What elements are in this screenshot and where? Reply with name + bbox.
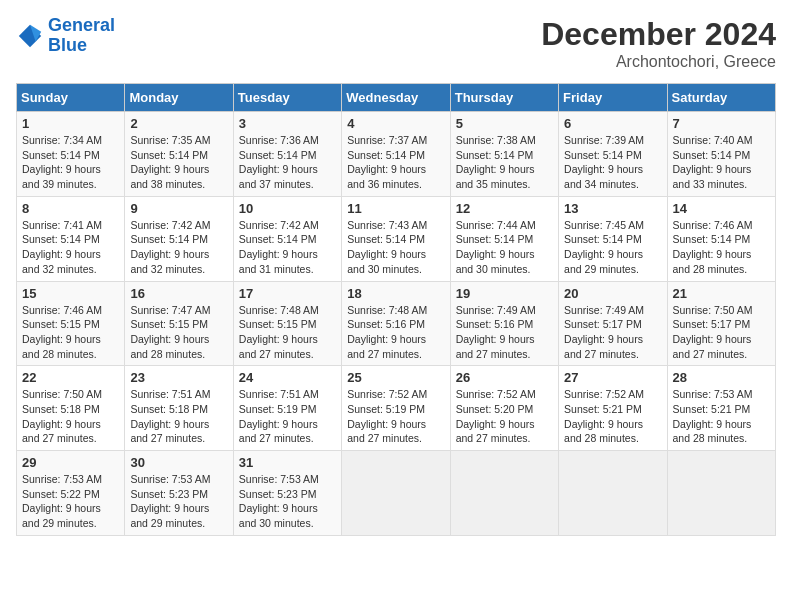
day-number: 26 — [456, 370, 553, 385]
cell-info: Sunrise: 7:49 AMSunset: 5:16 PMDaylight:… — [456, 303, 553, 362]
cell-info: Sunrise: 7:48 AMSunset: 5:16 PMDaylight:… — [347, 303, 444, 362]
col-header-sunday: Sunday — [17, 84, 125, 112]
calendar-cell: 19Sunrise: 7:49 AMSunset: 5:16 PMDayligh… — [450, 281, 558, 366]
calendar-cell: 11Sunrise: 7:43 AMSunset: 5:14 PMDayligh… — [342, 196, 450, 281]
calendar-cell: 26Sunrise: 7:52 AMSunset: 5:20 PMDayligh… — [450, 366, 558, 451]
day-number: 20 — [564, 286, 661, 301]
cell-info: Sunrise: 7:52 AMSunset: 5:21 PMDaylight:… — [564, 387, 661, 446]
calendar-cell: 28Sunrise: 7:53 AMSunset: 5:21 PMDayligh… — [667, 366, 775, 451]
cell-info: Sunrise: 7:40 AMSunset: 5:14 PMDaylight:… — [673, 133, 770, 192]
day-number: 3 — [239, 116, 336, 131]
day-number: 14 — [673, 201, 770, 216]
calendar-cell: 20Sunrise: 7:49 AMSunset: 5:17 PMDayligh… — [559, 281, 667, 366]
day-number: 16 — [130, 286, 227, 301]
cell-info: Sunrise: 7:44 AMSunset: 5:14 PMDaylight:… — [456, 218, 553, 277]
location-subtitle: Archontochori, Greece — [541, 53, 776, 71]
calendar-cell: 12Sunrise: 7:44 AMSunset: 5:14 PMDayligh… — [450, 196, 558, 281]
calendar-cell: 1Sunrise: 7:34 AMSunset: 5:14 PMDaylight… — [17, 112, 125, 197]
calendar-cell: 15Sunrise: 7:46 AMSunset: 5:15 PMDayligh… — [17, 281, 125, 366]
day-number: 4 — [347, 116, 444, 131]
day-number: 31 — [239, 455, 336, 470]
col-header-monday: Monday — [125, 84, 233, 112]
calendar-cell: 5Sunrise: 7:38 AMSunset: 5:14 PMDaylight… — [450, 112, 558, 197]
calendar-week-row-2: 8Sunrise: 7:41 AMSunset: 5:14 PMDaylight… — [17, 196, 776, 281]
cell-info: Sunrise: 7:37 AMSunset: 5:14 PMDaylight:… — [347, 133, 444, 192]
day-number: 27 — [564, 370, 661, 385]
calendar-cell: 17Sunrise: 7:48 AMSunset: 5:15 PMDayligh… — [233, 281, 341, 366]
cell-info: Sunrise: 7:51 AMSunset: 5:19 PMDaylight:… — [239, 387, 336, 446]
calendar-week-row-4: 22Sunrise: 7:50 AMSunset: 5:18 PMDayligh… — [17, 366, 776, 451]
day-number: 22 — [22, 370, 119, 385]
cell-info: Sunrise: 7:34 AMSunset: 5:14 PMDaylight:… — [22, 133, 119, 192]
calendar-cell: 6Sunrise: 7:39 AMSunset: 5:14 PMDaylight… — [559, 112, 667, 197]
day-number: 29 — [22, 455, 119, 470]
day-number: 1 — [22, 116, 119, 131]
calendar-cell: 24Sunrise: 7:51 AMSunset: 5:19 PMDayligh… — [233, 366, 341, 451]
cell-info: Sunrise: 7:46 AMSunset: 5:14 PMDaylight:… — [673, 218, 770, 277]
calendar-cell: 27Sunrise: 7:52 AMSunset: 5:21 PMDayligh… — [559, 366, 667, 451]
cell-info: Sunrise: 7:46 AMSunset: 5:15 PMDaylight:… — [22, 303, 119, 362]
cell-info: Sunrise: 7:50 AMSunset: 5:18 PMDaylight:… — [22, 387, 119, 446]
calendar-cell: 7Sunrise: 7:40 AMSunset: 5:14 PMDaylight… — [667, 112, 775, 197]
day-number: 5 — [456, 116, 553, 131]
cell-info: Sunrise: 7:53 AMSunset: 5:23 PMDaylight:… — [239, 472, 336, 531]
day-number: 10 — [239, 201, 336, 216]
cell-info: Sunrise: 7:42 AMSunset: 5:14 PMDaylight:… — [239, 218, 336, 277]
cell-info: Sunrise: 7:53 AMSunset: 5:21 PMDaylight:… — [673, 387, 770, 446]
cell-info: Sunrise: 7:41 AMSunset: 5:14 PMDaylight:… — [22, 218, 119, 277]
cell-info: Sunrise: 7:38 AMSunset: 5:14 PMDaylight:… — [456, 133, 553, 192]
day-number: 12 — [456, 201, 553, 216]
calendar-cell — [342, 451, 450, 536]
col-header-thursday: Thursday — [450, 84, 558, 112]
day-number: 18 — [347, 286, 444, 301]
cell-info: Sunrise: 7:45 AMSunset: 5:14 PMDaylight:… — [564, 218, 661, 277]
col-header-tuesday: Tuesday — [233, 84, 341, 112]
cell-info: Sunrise: 7:53 AMSunset: 5:22 PMDaylight:… — [22, 472, 119, 531]
day-number: 24 — [239, 370, 336, 385]
day-number: 28 — [673, 370, 770, 385]
month-title: December 2024 — [541, 16, 776, 53]
calendar-week-row-5: 29Sunrise: 7:53 AMSunset: 5:22 PMDayligh… — [17, 451, 776, 536]
day-number: 6 — [564, 116, 661, 131]
calendar-cell: 18Sunrise: 7:48 AMSunset: 5:16 PMDayligh… — [342, 281, 450, 366]
day-number: 8 — [22, 201, 119, 216]
calendar-cell: 9Sunrise: 7:42 AMSunset: 5:14 PMDaylight… — [125, 196, 233, 281]
day-number: 17 — [239, 286, 336, 301]
calendar-week-row-3: 15Sunrise: 7:46 AMSunset: 5:15 PMDayligh… — [17, 281, 776, 366]
calendar-cell — [667, 451, 775, 536]
calendar-cell: 2Sunrise: 7:35 AMSunset: 5:14 PMDaylight… — [125, 112, 233, 197]
cell-info: Sunrise: 7:52 AMSunset: 5:19 PMDaylight:… — [347, 387, 444, 446]
day-number: 19 — [456, 286, 553, 301]
col-header-wednesday: Wednesday — [342, 84, 450, 112]
calendar-cell: 23Sunrise: 7:51 AMSunset: 5:18 PMDayligh… — [125, 366, 233, 451]
cell-info: Sunrise: 7:47 AMSunset: 5:15 PMDaylight:… — [130, 303, 227, 362]
calendar-cell: 21Sunrise: 7:50 AMSunset: 5:17 PMDayligh… — [667, 281, 775, 366]
cell-info: Sunrise: 7:52 AMSunset: 5:20 PMDaylight:… — [456, 387, 553, 446]
page-header: General Blue December 2024 Archontochori… — [16, 16, 776, 71]
day-number: 21 — [673, 286, 770, 301]
day-number: 25 — [347, 370, 444, 385]
col-header-friday: Friday — [559, 84, 667, 112]
day-number: 30 — [130, 455, 227, 470]
calendar-cell: 10Sunrise: 7:42 AMSunset: 5:14 PMDayligh… — [233, 196, 341, 281]
calendar-cell: 8Sunrise: 7:41 AMSunset: 5:14 PMDaylight… — [17, 196, 125, 281]
logo-icon — [16, 22, 44, 50]
day-number: 11 — [347, 201, 444, 216]
calendar-cell: 4Sunrise: 7:37 AMSunset: 5:14 PMDaylight… — [342, 112, 450, 197]
cell-info: Sunrise: 7:49 AMSunset: 5:17 PMDaylight:… — [564, 303, 661, 362]
cell-info: Sunrise: 7:48 AMSunset: 5:15 PMDaylight:… — [239, 303, 336, 362]
day-number: 13 — [564, 201, 661, 216]
calendar-cell: 31Sunrise: 7:53 AMSunset: 5:23 PMDayligh… — [233, 451, 341, 536]
calendar-cell: 22Sunrise: 7:50 AMSunset: 5:18 PMDayligh… — [17, 366, 125, 451]
cell-info: Sunrise: 7:43 AMSunset: 5:14 PMDaylight:… — [347, 218, 444, 277]
day-number: 7 — [673, 116, 770, 131]
cell-info: Sunrise: 7:35 AMSunset: 5:14 PMDaylight:… — [130, 133, 227, 192]
cell-info: Sunrise: 7:50 AMSunset: 5:17 PMDaylight:… — [673, 303, 770, 362]
calendar-cell — [450, 451, 558, 536]
calendar-cell: 25Sunrise: 7:52 AMSunset: 5:19 PMDayligh… — [342, 366, 450, 451]
cell-info: Sunrise: 7:39 AMSunset: 5:14 PMDaylight:… — [564, 133, 661, 192]
calendar-cell: 29Sunrise: 7:53 AMSunset: 5:22 PMDayligh… — [17, 451, 125, 536]
cell-info: Sunrise: 7:51 AMSunset: 5:18 PMDaylight:… — [130, 387, 227, 446]
col-header-saturday: Saturday — [667, 84, 775, 112]
day-number: 23 — [130, 370, 227, 385]
